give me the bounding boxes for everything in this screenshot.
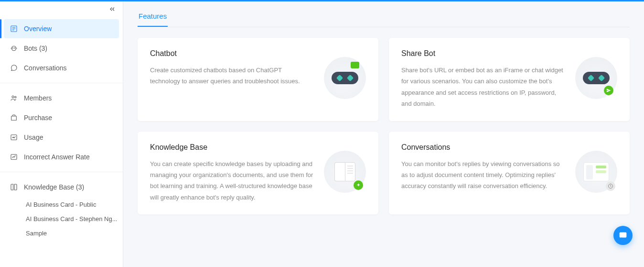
chat-icon [10,64,18,72]
nav-label: Incorrect Answer Rate [24,153,90,161]
robot-icon [332,72,358,84]
bot-icon [10,44,18,53]
usage-icon [10,133,18,142]
sidebar: Overview Bots (3) Conversations Members … [0,1,123,267]
card-share-bot[interactable]: Share Bot Share bot's URL or embed bot a… [389,38,630,121]
answer-rate-icon [10,153,18,161]
main-content: Features Chatbot Create customized chatb… [123,1,644,267]
nav-divider [0,83,123,83]
nav-label: Usage [24,134,43,141]
card-title: Knowledge Base [150,143,313,152]
svg-point-2 [12,48,13,48]
nav-usage[interactable]: Usage [4,128,119,147]
card-conversations[interactable]: Conversations You can monitor bot's repl… [389,132,630,215]
layout-icon [583,162,609,181]
nav-overview[interactable]: Overview [4,19,119,38]
kb-item[interactable]: AI Business Card - Stephen Ng... [4,211,119,226]
purchase-icon [10,113,18,122]
tab-features[interactable]: Features [138,12,168,27]
nav-divider [0,172,123,172]
chatbot-illustration [324,57,366,99]
nav-label: Knowledge Base (3) [24,183,84,191]
nav-members[interactable]: Members [4,89,119,108]
card-chatbot[interactable]: Chatbot Create customized chatbots based… [138,38,378,121]
sharebot-illustration [575,57,617,99]
kb-illustration: ✦ [324,151,366,193]
members-icon [10,94,18,102]
book-icon [334,162,355,181]
nav-group-kb: Knowledge Base (3) AI Business Card - Pu… [0,175,123,242]
conversations-illustration [575,151,617,193]
nav-label: Bots (3) [24,44,47,52]
svg-point-11 [621,234,623,236]
help-chat-button[interactable] [613,226,633,245]
kb-item[interactable]: AI Business Card - Public [4,197,119,211]
nav-label: Conversations [24,64,67,72]
nav-bots[interactable]: Bots (3) [4,39,119,58]
feature-cards-grid: Chatbot Create customized chatbots based… [138,38,630,214]
svg-point-4 [12,96,14,98]
share-icon [604,86,613,95]
tabs: Features [138,12,630,27]
svg-point-3 [14,48,15,48]
card-desc: Share bot's URL or embed bot as an iFram… [401,65,565,110]
card-title: Share Bot [401,49,565,58]
svg-rect-6 [11,116,17,121]
gear-icon: ✦ [354,180,363,190]
nav-label: Overview [24,25,52,33]
svg-point-12 [623,234,625,236]
nav-conversations[interactable]: Conversations [4,58,119,78]
chat-bubble-icon [351,62,359,68]
svg-rect-10 [620,233,627,238]
collapse-sidebar-icon[interactable] [108,5,116,15]
card-title: Chatbot [150,49,313,58]
overview-icon [10,24,18,33]
kb-item[interactable]: Sample [4,226,119,240]
svg-point-1 [11,46,16,50]
nav-incorrect-answer-rate[interactable]: Incorrect Answer Rate [4,147,119,167]
card-knowledge-base[interactable]: Knowledge Base You can create specific k… [138,132,378,215]
nav-label: Members [24,94,52,102]
nav-group-secondary: Members Purchase Usage Incorrect Answer … [0,86,123,169]
book-icon [10,183,18,191]
nav-purchase[interactable]: Purchase [4,108,119,127]
nav-group-primary: Overview Bots (3) Conversations [0,17,123,80]
card-desc: You can monitor bot's replies by viewing… [401,158,565,192]
robot-icon [583,72,610,84]
svg-point-5 [15,96,16,98]
history-icon [606,181,615,191]
card-title: Conversations [401,143,565,152]
layout-container: Overview Bots (3) Conversations Members … [0,1,644,267]
nav-label: Purchase [24,114,52,122]
nav-knowledge-base[interactable]: Knowledge Base (3) [4,178,119,197]
card-desc: Create customized chatbots based on Chat… [150,65,313,87]
card-desc: You can create specific knowledge bases … [150,158,313,203]
